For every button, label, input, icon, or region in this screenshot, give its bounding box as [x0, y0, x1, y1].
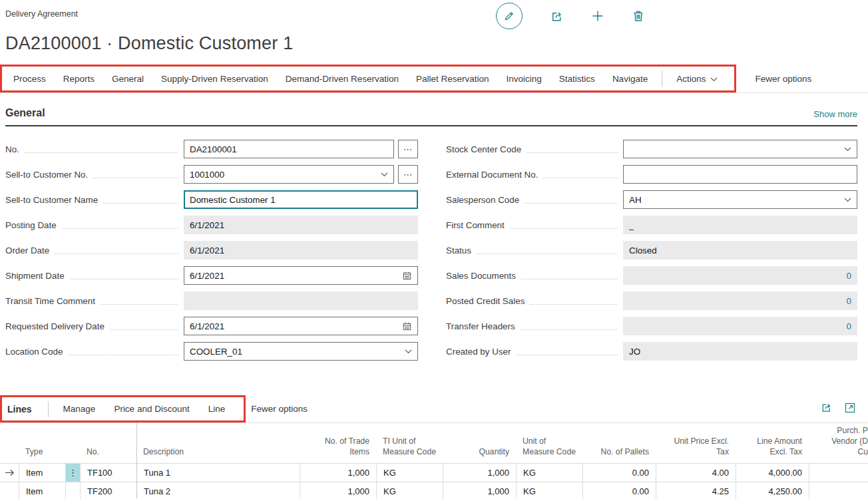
col-unit-of-measure-code[interactable]: Unit of Measure Code: [516, 434, 582, 463]
row-menu-button[interactable]: ⋮: [65, 464, 80, 482]
col-purch-vendor[interactable]: Purch. P Vendor (D Cu: [809, 423, 868, 463]
cell-unit-price-excl-tax[interactable]: 4.25: [656, 482, 736, 499]
col-type[interactable]: Type: [19, 444, 65, 463]
cell-no-of-trade-items[interactable]: 1,000: [300, 464, 376, 482]
sales-documents-drilldown[interactable]: 0: [623, 266, 857, 285]
calendar-icon[interactable]: [398, 271, 412, 281]
sell-to-customer-name-input[interactable]: Domestic Customer 1: [184, 190, 418, 209]
cell-unit-of-measure-code[interactable]: KG: [516, 482, 582, 499]
col-description[interactable]: Description: [136, 444, 300, 463]
cell-unit-price-excl-tax[interactable]: 4.00: [656, 464, 736, 482]
field-label: Sell-to Customer No.: [5, 170, 88, 180]
menu-item-process[interactable]: Process: [5, 74, 55, 84]
sell-to-customer-no-assist-edit-button[interactable]: ⋯: [398, 165, 418, 184]
cell-description[interactable]: Tuna 1: [136, 464, 300, 482]
show-more-link[interactable]: Show more: [813, 109, 857, 119]
stock-center-code-input[interactable]: [623, 140, 857, 158]
lines-menu-price-and-discount[interactable]: Price and Discount: [105, 404, 198, 414]
external-document-no-input[interactable]: [623, 165, 857, 184]
location-code-input[interactable]: COOLER_01: [184, 342, 418, 361]
dotted-leader: [62, 228, 178, 229]
field-label: Posting Date: [5, 220, 57, 230]
field-label: Sell-to Customer Name: [5, 195, 98, 205]
cell-quantity[interactable]: 1,000: [443, 482, 516, 499]
col-no-of-trade-items[interactable]: No. of Trade Items: [300, 434, 376, 463]
dotted-leader: [103, 203, 178, 204]
field-label: Created by User: [446, 347, 511, 357]
cell-no[interactable]: TF200: [80, 482, 136, 499]
cell-type[interactable]: Item: [19, 464, 65, 482]
general-fields: No. DA2100001 ⋯ Sell-to Customer No. 100…: [0, 126, 868, 361]
posted-credit-sales-drilldown[interactable]: 0: [623, 291, 857, 310]
cell-line-amount-excl-tax[interactable]: 4,000.00: [736, 464, 809, 482]
cell-quantity[interactable]: 1,000: [443, 464, 516, 482]
no-assist-edit-button[interactable]: ⋯: [398, 140, 418, 158]
menu-item-supply-driven-reservation[interactable]: Supply-Driven Reservation: [152, 74, 277, 84]
cell-type[interactable]: Item: [19, 482, 65, 499]
cell-ti-unit-of-measure-code[interactable]: KG: [376, 464, 443, 482]
cell-no-of-trade-items[interactable]: 1,000: [300, 482, 376, 499]
share-icon[interactable]: [820, 401, 833, 416]
menu-item-navigate[interactable]: Navigate: [604, 74, 656, 84]
cell-line-amount-excl-tax[interactable]: 4,250.00: [736, 482, 809, 499]
col-no-of-pallets[interactable]: No. of Pallets: [582, 444, 656, 463]
ribbon-annotation-box: Process Reports General Supply-Driven Re…: [0, 65, 736, 92]
lines-section-title[interactable]: Lines: [7, 404, 43, 415]
menu-item-actions[interactable]: Actions: [668, 74, 726, 84]
field-first-comment: First Comment _: [446, 215, 857, 235]
fewer-options-button[interactable]: Fewer options: [755, 74, 811, 84]
requested-delivery-date-input[interactable]: 6/1/2021: [184, 317, 418, 335]
col-line-amount-excl-tax[interactable]: Line Amount Excl. Tax: [736, 434, 809, 463]
general-section-title[interactable]: General: [5, 107, 45, 118]
transfer-headers-drilldown[interactable]: 0: [623, 317, 857, 335]
cell-no[interactable]: TF100: [80, 464, 136, 482]
cell-no-of-pallets[interactable]: 0.00: [582, 482, 656, 499]
general-section-header: General Show more: [5, 107, 857, 126]
dotted-leader: [101, 304, 178, 305]
menu-item-pallet-reservation[interactable]: Pallet Reservation: [407, 74, 498, 84]
chevron-down-icon[interactable]: [401, 349, 412, 354]
sell-to-customer-no-input[interactable]: 1001000: [184, 165, 394, 184]
no-input[interactable]: DA2100001: [184, 140, 394, 158]
field-transit-time-comment: Transit Time Comment: [5, 291, 418, 311]
chevron-down-icon[interactable]: [377, 172, 388, 177]
plus-icon: [591, 9, 604, 23]
field-label: Status: [446, 246, 471, 255]
lines-table: Type No. Description No. of Trade Items …: [0, 423, 868, 499]
page-caption: Delivery Agreement: [5, 9, 78, 19]
row-menu-button[interactable]: [65, 482, 80, 499]
lines-menu-line[interactable]: Line: [199, 404, 235, 414]
shipment-date-input[interactable]: 6/1/2021: [184, 266, 418, 285]
focus-mode-icon[interactable]: [844, 402, 856, 416]
menu-item-reports[interactable]: Reports: [55, 74, 103, 84]
cell-purch-vendor[interactable]: [809, 464, 868, 482]
lines-menu-manage[interactable]: Manage: [54, 404, 105, 414]
field-label: Order Date: [5, 246, 49, 255]
share-button[interactable]: [550, 9, 564, 23]
dotted-leader: [521, 279, 618, 279]
cell-no-of-pallets[interactable]: 0.00: [582, 464, 656, 482]
cell-unit-of-measure-code[interactable]: KG: [516, 464, 582, 482]
col-unit-price-excl-tax[interactable]: Unit Price Excl. Tax: [656, 434, 736, 463]
col-quantity[interactable]: Quantity: [443, 444, 516, 463]
cell-ti-unit-of-measure-code[interactable]: KG: [376, 482, 443, 499]
menu-item-statistics[interactable]: Statistics: [550, 74, 604, 84]
cell-purch-vendor[interactable]: [809, 482, 868, 499]
col-ti-unit-of-measure-code[interactable]: TI Unit of Measure Code: [376, 434, 443, 463]
new-button[interactable]: [591, 9, 604, 23]
menu-item-invoicing[interactable]: Invoicing: [498, 74, 550, 84]
table-row: Item TF200 Tuna 2 1,000 KG 1,000 KG 0.00…: [0, 482, 868, 499]
col-no[interactable]: No.: [80, 444, 136, 463]
delete-button[interactable]: [632, 9, 645, 23]
chevron-down-icon[interactable]: [840, 198, 851, 202]
edit-button[interactable]: [496, 3, 523, 29]
menu-item-general[interactable]: General: [103, 74, 152, 84]
chevron-down-icon[interactable]: [840, 147, 851, 152]
cell-description[interactable]: Tuna 2: [136, 482, 300, 499]
lines-fewer-options-button[interactable]: Fewer options: [251, 404, 308, 414]
calendar-icon[interactable]: [398, 321, 412, 331]
first-comment-value: _: [623, 216, 857, 234]
salesperson-code-input[interactable]: AH: [623, 190, 857, 209]
menu-item-demand-driven-reservation[interactable]: Demand-Driven Reservation: [277, 74, 407, 84]
action-toolbar: [496, 1, 645, 31]
